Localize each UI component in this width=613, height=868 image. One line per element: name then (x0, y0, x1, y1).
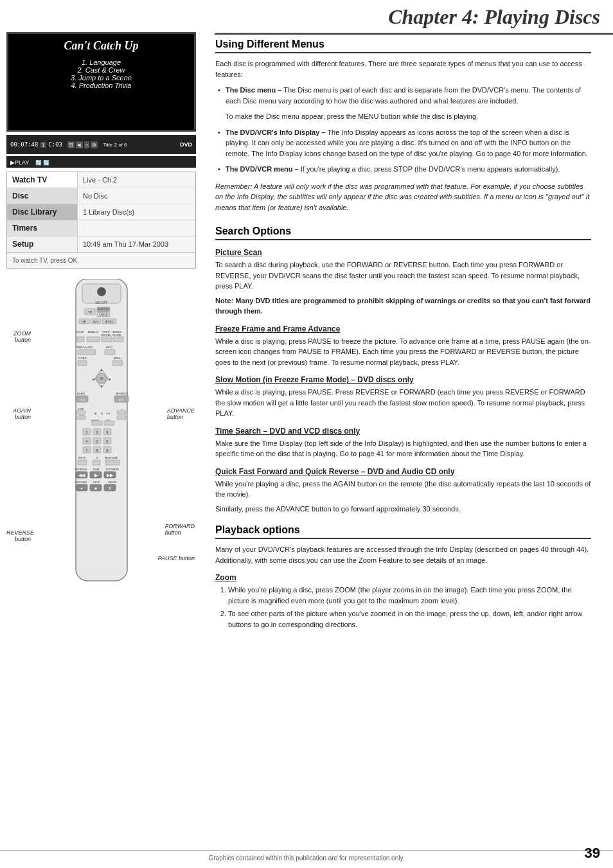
using-different-menus-heading: Using Different Menus (215, 39, 591, 53)
reverse-label: REVERSE button (6, 529, 31, 542)
status-title-info: Title 2 of 6 (103, 142, 127, 148)
quick-fast-text: While you're playing a disc, press the A… (215, 479, 591, 500)
right-column: Using Different Menus Each disc is progr… (215, 32, 601, 632)
menu-row-watch: Watch TV Live - Ch.2 (7, 172, 195, 188)
svg-rect-24 (102, 337, 112, 342)
bullet-disc-menu: The Disc menu – The Disc menu is part of… (215, 85, 591, 106)
icon-bookmark: ⊛ (91, 141, 98, 148)
svg-text:ANTENNA: ANTENNA (105, 456, 117, 459)
menu-row-setup: Setup 10:49 am Thu 17-Mar 2003 (7, 236, 195, 252)
menu-label-watch: Watch TV (7, 172, 78, 188)
svg-rect-32 (78, 360, 87, 366)
menu-row-disc-library: Disc Library 1 Library Disc(s) (7, 204, 195, 220)
search-options-heading: Search Options (215, 226, 591, 240)
svg-text:STOP: STOP (93, 481, 100, 484)
menu-value-timers (78, 220, 195, 236)
svg-rect-59 (117, 416, 126, 420)
status-play-bar: ▶PLAY 🔄 🔄 (6, 156, 196, 168)
svg-text:FORWARD: FORWARD (105, 468, 119, 471)
dvd-menu-item-4: 4. Production Trivia (50, 82, 153, 89)
svg-rect-60 (92, 421, 102, 425)
svg-text:AUDIO: AUDIO (105, 320, 113, 323)
quick-fast-heading: Quick Fast Forward and Quick Reverse – D… (215, 467, 591, 476)
svg-text:TIMER•GUIDE: TIMER•GUIDE (75, 346, 93, 349)
svg-text:▲: ▲ (100, 368, 103, 371)
time-search-heading: Time Search – DVD and VCD discs only (215, 427, 591, 436)
svg-rect-58 (117, 411, 126, 414)
menu-panel: Watch TV Live - Ch.2 Disc No Disc Disc L… (6, 172, 196, 269)
status-format: DVD (180, 141, 192, 148)
svg-text:●: ● (80, 486, 83, 490)
chapter-title: Chapter 4: Playing Discs (227, 5, 600, 29)
pause-label: PAUSE button (158, 555, 195, 562)
svg-rect-84 (93, 460, 100, 465)
page-footer: Graphics contained within this publicati… (0, 850, 613, 862)
svg-rect-56 (76, 411, 85, 414)
bullet-info-display: The DVD/VCR's Info Display – The Info Di… (215, 127, 591, 159)
freeze-frame-text: While a disc is playing, press PAUSE to … (215, 336, 591, 368)
menu-label-timers: Timers (7, 220, 78, 236)
chapter-header: Chapter 4: Playing Discs (215, 0, 613, 35)
svg-text:REVERSE: REVERSE (75, 468, 87, 471)
menu-footer: To watch TV, press OK. (7, 252, 195, 268)
menu-panel-wrapper: Watch TV Live - Ch.2 Disc No Disc Disc L… (6, 172, 206, 269)
zoom-heading: Zoom (215, 573, 591, 582)
svg-text:RECORD: RECORD (75, 481, 86, 484)
svg-text:◀: ◀ (92, 377, 94, 381)
dvd-menu-item-3: 3. Jump to a Scene (50, 74, 153, 82)
svg-text:AUX: AUX (93, 320, 98, 323)
left-column: Can't Catch Up 1. Language 2. Cast & Cre… (6, 32, 206, 594)
advance-label: ADVANCE button (167, 407, 195, 420)
svg-text:LIVE: LIVE (78, 407, 84, 411)
svg-text:⊞: ⊞ (94, 412, 96, 415)
svg-rect-61 (104, 421, 114, 425)
menu-value-disc-library: 1 Library Disc(s) (78, 204, 195, 220)
status-bar: 00:07:48 1 C:03 ⊞ ◂) ○ ⊛ Title 2 of 6 DV… (6, 135, 196, 154)
menu-label-disc-library: Disc Library (7, 204, 78, 220)
svg-rect-83 (78, 460, 87, 465)
search-options-section: Search Options Picture Scan To search a … (215, 226, 591, 514)
playback-intro: Many of your DVD/VCR's playback features… (215, 544, 591, 565)
icon-sub: ○ (84, 141, 90, 148)
svg-text:■: ■ (94, 486, 97, 490)
svg-text:⊳⊳: ⊳⊳ (119, 398, 124, 402)
menu-label-disc: Disc (7, 188, 78, 204)
svg-text:▼: ▼ (100, 384, 103, 388)
italic-remember-note: Remember: A feature will only work if th… (215, 181, 591, 213)
svg-text:CH: CH (106, 412, 110, 415)
svg-rect-28 (78, 350, 96, 355)
status-counter: C:03 (48, 141, 62, 148)
menu-value-watch: Live - Ch.2 (78, 172, 195, 188)
time-search-text: Make sure the Time Display (top left sid… (215, 438, 591, 459)
svg-text:DVD/VCR: DVD/VCR (97, 308, 109, 311)
svg-text:⊡: ⊡ (100, 412, 102, 415)
svg-rect-85 (105, 460, 120, 465)
picture-scan-heading: Picture Scan (215, 248, 591, 257)
using-different-menus-section: Using Different Menus Each disc is progr… (215, 39, 591, 213)
svg-rect-29 (105, 350, 115, 355)
svg-rect-25 (113, 337, 123, 342)
dvd-screen: Can't Catch Up 1. Language 2. Cast & Cre… (6, 32, 196, 132)
dvd-menu-item-2: 2. Cast & Crew (50, 66, 153, 74)
remote-svg: ON-OFF TV DVD/VCR CABLE SAT AUX AUDIO ZO… (31, 279, 172, 594)
svg-text:INPUT: INPUT (78, 456, 87, 459)
slow-motion-text: While a disc is playing, press PAUSE. Pr… (215, 387, 591, 419)
svg-text:CABLE: CABLE (99, 313, 107, 316)
playback-options-heading: Playback options (215, 524, 591, 539)
again-label: AGAIN button (6, 407, 31, 420)
status-play-mode: ▶PLAY (10, 159, 29, 166)
picture-scan-text: To search a disc during playback, use th… (215, 260, 591, 292)
svg-text:TV: TV (87, 310, 92, 314)
bullet-dvdvcr-menu: The DVD/VCR menu – If you're playing a d… (215, 164, 591, 175)
svg-text:ZOOM: ZOOM (76, 330, 84, 333)
zoom-step-2: To see other parts of the picture when y… (228, 608, 591, 630)
status-time: 00:07:48 (10, 141, 38, 148)
svg-text:DIGITAL: DIGITAL (101, 333, 111, 337)
dvd-menu-items: 1. Language 2. Cast & Crew 3. Jump to a … (50, 58, 153, 89)
zoom-step-1: While you're playing a disc, press ZOOM … (228, 585, 591, 606)
status-track: 1 (40, 142, 46, 148)
using-different-menus-intro: Each disc is programmed with different f… (215, 58, 591, 80)
svg-rect-33 (112, 360, 123, 366)
forward-label: FORWARD button (165, 523, 195, 536)
svg-text:◀◀: ◀◀ (78, 473, 85, 477)
